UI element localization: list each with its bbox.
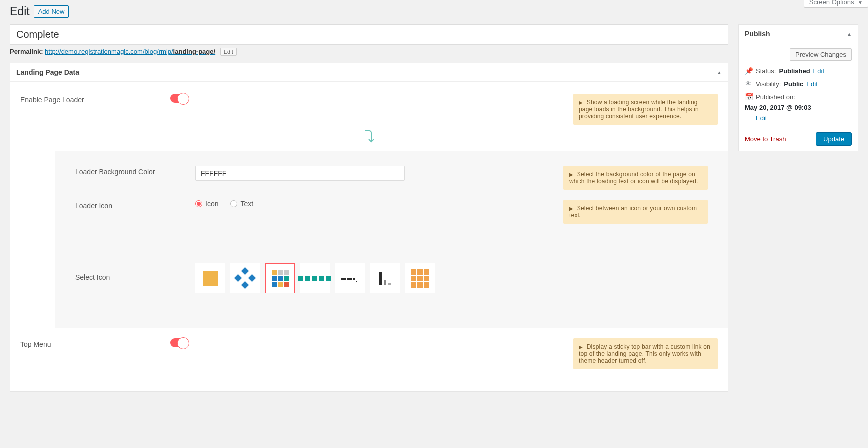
dots-icon — [298, 276, 331, 281]
top-menu-toggle[interactable] — [170, 338, 188, 347]
grid2-icon — [411, 269, 429, 288]
landing-page-data-metabox: Landing Page Data ▲ Enable Page Loader ▶… — [10, 63, 728, 392]
publish-title: Publish — [745, 30, 770, 38]
caret-up-icon: ▲ — [847, 31, 852, 37]
permalink-label: Permalink: — [10, 48, 43, 55]
pin-icon: 📌 — [745, 67, 753, 75]
loader-bg-input[interactable] — [195, 166, 405, 181]
preview-changes-button[interactable]: Preview Changes — [790, 48, 852, 61]
icon-picker — [195, 243, 708, 298]
hint-loader-icon: ▶ Select between an icon or your own cus… — [563, 200, 708, 224]
radio-dot-icon — [230, 200, 237, 207]
add-new-button[interactable]: Add New — [34, 5, 69, 18]
loader-icon-option-grid[interactable] — [265, 263, 295, 293]
chevron-down-icon: ▼ — [858, 0, 863, 5]
calendar-icon: 📅 — [745, 93, 753, 101]
loader-icon-option-grid2[interactable] — [405, 263, 435, 293]
metabox-header[interactable]: Landing Page Data ▲ — [10, 63, 728, 82]
loader-icon-option-dots[interactable] — [300, 263, 330, 293]
edit-slug-button[interactable]: Edit — [220, 48, 237, 56]
caret-right-icon: ▶ — [569, 206, 573, 211]
status-row: 📌 Status: Published Edit — [745, 67, 852, 75]
caret-up-icon: ▲ — [717, 70, 722, 75]
select-icon-label: Select Icon — [75, 243, 195, 281]
visibility-row: 👁 Visibility: Public Edit — [745, 80, 852, 88]
hint-top-menu: ▶ Display a sticky top bar with a custom… — [573, 338, 718, 369]
permalink-link[interactable]: http://demo.registrationmagic.com/blog/r… — [45, 48, 215, 55]
morse-icon — [341, 275, 358, 282]
caret-right-icon: ▶ — [579, 100, 583, 105]
arrow-down-icon — [20, 130, 718, 148]
hint-enable-loader: ▶ Show a loading screen while the landin… — [573, 94, 718, 125]
radio-dot-icon — [195, 200, 202, 207]
loader-bg-label: Loader Background Color — [75, 166, 195, 176]
publish-metabox: Publish ▲ Preview Changes 📌 Status: Publ… — [738, 24, 858, 151]
loader-icon-option-morse[interactable] — [335, 263, 365, 293]
caret-right-icon: ▶ — [569, 172, 573, 177]
bars-icon — [379, 271, 391, 285]
loader-icon-label: Loader Icon — [75, 200, 195, 210]
top-menu-label: Top Menu — [20, 338, 170, 348]
diamonds-icon — [235, 268, 255, 288]
hint-loader-bg: ▶ Select the background color of the pag… — [563, 166, 708, 190]
update-button[interactable]: Update — [816, 132, 852, 146]
loader-type-text-radio[interactable]: Text — [230, 200, 253, 208]
edit-status-link[interactable]: Edit — [813, 67, 824, 75]
square-icon — [203, 271, 218, 286]
enable-page-loader-label: Enable Page Loader — [20, 94, 170, 104]
loader-icon-option-square[interactable] — [195, 263, 225, 293]
grid-icon — [272, 270, 289, 287]
loader-subpanel: Loader Background Color ▶ Select the bac… — [55, 151, 728, 328]
loader-icon-option-diamonds[interactable] — [230, 263, 260, 293]
post-title-input[interactable] — [10, 24, 728, 45]
loader-type-icon-radio[interactable]: Icon — [195, 200, 218, 208]
edit-date-link[interactable]: Edit — [756, 114, 852, 122]
move-to-trash-link[interactable]: Move to Trash — [745, 135, 786, 143]
edit-visibility-link[interactable]: Edit — [806, 80, 817, 88]
loader-icon-option-bars[interactable] — [370, 263, 400, 293]
eye-icon: 👁 — [745, 80, 753, 88]
page-heading: Edit — [10, 5, 30, 18]
metabox-title: Landing Page Data — [16, 68, 79, 76]
caret-right-icon: ▶ — [579, 344, 583, 350]
publish-header[interactable]: Publish ▲ — [739, 25, 858, 43]
permalink-row: Permalink: http://demo.registrationmagic… — [10, 48, 728, 56]
enable-page-loader-toggle[interactable] — [170, 94, 188, 103]
published-row: 📅 Published on: May 20, 2017 @ 09:03 Edi… — [745, 93, 852, 122]
